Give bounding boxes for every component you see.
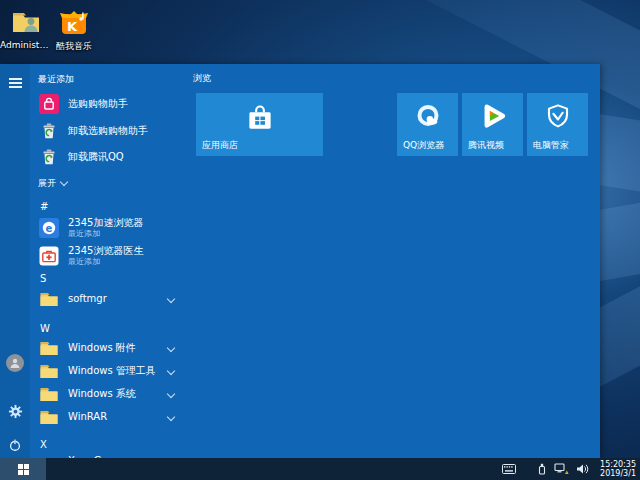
pc-manager-icon: [527, 101, 588, 131]
power-button-icon[interactable]: [0, 432, 30, 458]
app-list-item[interactable]: softmgr: [30, 286, 188, 312]
chevron-down-icon[interactable]: [167, 412, 175, 420]
folder-icon: [38, 406, 60, 428]
windows-logo-icon: [18, 464, 29, 475]
section-letter-header[interactable]: #: [30, 200, 188, 214]
tile-group-title[interactable]: 浏览: [193, 72, 211, 85]
settings-gear-icon[interactable]: [0, 398, 30, 424]
svg-text:e: e: [46, 223, 53, 234]
app-item-sublabel: 最近添加: [68, 229, 143, 239]
tile-tencent-video[interactable]: 腾讯视频: [462, 93, 523, 156]
svg-text:K: K: [67, 19, 78, 34]
app-list-item[interactable]: 2345浏览器医生最近添加: [30, 242, 188, 270]
app-list-item[interactable]: e2345加速浏览器最近添加: [30, 214, 188, 242]
app-item-label: 2345加速浏览器: [68, 217, 143, 229]
browser-2345-icon: e: [38, 217, 60, 239]
app-list-item[interactable]: 卸载选购购物助手: [30, 117, 188, 144]
app-item-label: Windows 系统: [68, 388, 136, 400]
app-item-label: 卸载腾讯QQ: [68, 151, 124, 163]
app-list-item[interactable]: Windows 管理工具: [30, 359, 188, 382]
qq-browser-icon: [397, 101, 458, 131]
network-warning-icon[interactable]: [554, 458, 569, 480]
app-list: 最近添加 选购购物助手卸载选购购物助手卸载腾讯QQ 展开 #e2345加速浏览器…: [30, 64, 188, 480]
app-list-item[interactable]: 选购购物助手: [30, 90, 188, 117]
folder-icon: [38, 337, 60, 359]
volume-icon[interactable]: [576, 458, 589, 480]
desktop-icon-label: 酷我音乐: [48, 40, 100, 53]
chevron-down-icon[interactable]: [167, 366, 175, 374]
tile-qq-browser[interactable]: QQ浏览器: [397, 93, 458, 156]
menu-hamburger-icon[interactable]: [0, 70, 30, 96]
tile-label: 应用商店: [202, 139, 238, 152]
chevron-down-icon[interactable]: [167, 389, 175, 397]
uninstall-icon: [38, 146, 60, 168]
app-item-label: 选购购物助手: [68, 98, 128, 110]
app-item-label: WinRAR: [68, 411, 107, 423]
taskbar-clock[interactable]: 15:20:35 2019/3/1: [596, 460, 636, 478]
tile-label: 电脑管家: [533, 139, 569, 152]
avatar: [6, 354, 24, 372]
chevron-down-icon: [60, 178, 68, 186]
expand-button[interactable]: 展开: [30, 174, 188, 192]
tile-store[interactable]: 应用商店: [196, 93, 323, 156]
clock-date: 2019/3/1: [600, 469, 636, 478]
usb-device-icon[interactable]: [537, 458, 547, 480]
user-account-button[interactable]: [0, 350, 30, 376]
app-item-label: Windows 附件: [68, 342, 136, 354]
kuwo-music-icon: K: [58, 6, 90, 38]
app-item-label: 卸载选购购物助手: [68, 125, 148, 137]
tile-label: 腾讯视频: [468, 139, 504, 152]
system-tray: 15:20:35 2019/3/1: [502, 458, 640, 480]
app-list-item[interactable]: Windows 系统: [30, 382, 188, 405]
clock-time: 15:20:35: [600, 460, 636, 469]
desktop-icon-kuwo-music[interactable]: K 酷我音乐: [48, 6, 100, 53]
shopping-bag-icon: [38, 93, 60, 115]
folder-icon: [38, 288, 60, 310]
uninstall-icon: [38, 120, 60, 142]
chevron-down-icon[interactable]: [167, 295, 175, 303]
desktop-icon-label: Administra...: [0, 40, 52, 50]
section-letter-header[interactable]: W: [30, 322, 188, 336]
app-item-label: softmgr: [68, 293, 107, 305]
folder-icon: [38, 383, 60, 405]
section-letter-header[interactable]: X: [30, 438, 188, 452]
start-button[interactable]: [0, 458, 46, 480]
section-letter-header[interactable]: S: [30, 272, 188, 286]
taskbar: 15:20:35 2019/3/1: [0, 458, 640, 480]
app-item-label: 2345浏览器医生: [68, 245, 143, 257]
app-item-sublabel: 最近添加: [68, 257, 143, 267]
app-list-item[interactable]: Windows 附件: [30, 336, 188, 359]
app-item-label: Windows 管理工具: [68, 365, 156, 377]
folder-icon: [38, 360, 60, 382]
tile-label: QQ浏览器: [403, 139, 444, 152]
touch-keyboard-icon[interactable]: [502, 458, 516, 480]
tencent-video-icon: [462, 101, 523, 131]
medkit-icon: [38, 245, 60, 267]
user-folder-icon: [10, 6, 42, 38]
app-list-item[interactable]: 卸载腾讯QQ: [30, 144, 188, 170]
tiles-area: 浏览 应用商店QQ浏览器腾讯视频电脑管家: [188, 64, 600, 458]
chevron-down-icon[interactable]: [167, 343, 175, 351]
app-list-item[interactable]: WinRAR: [30, 405, 188, 428]
tile-pc-manager[interactable]: 电脑管家: [527, 93, 588, 156]
start-menu: 最近添加 选购购物助手卸载选购购物助手卸载腾讯QQ 展开 #e2345加速浏览器…: [0, 64, 600, 458]
desktop-icon-administrator[interactable]: Administra...: [0, 6, 52, 50]
start-menu-rail: [0, 64, 30, 458]
recent-added-header: 最近添加: [30, 72, 188, 86]
store-icon: [196, 101, 323, 135]
expand-label: 展开: [38, 177, 56, 190]
